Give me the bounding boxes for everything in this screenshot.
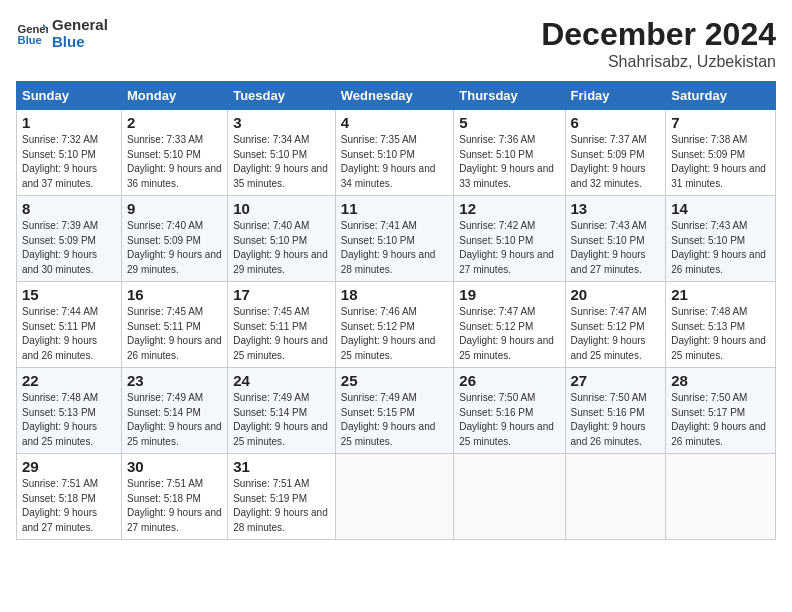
calendar-week-2: 8 Sunrise: 7:39 AMSunset: 5:09 PMDayligh… [17, 196, 776, 282]
calendar-cell [565, 454, 666, 540]
day-detail: Sunrise: 7:38 AMSunset: 5:09 PMDaylight:… [671, 134, 766, 189]
day-detail: Sunrise: 7:41 AMSunset: 5:10 PMDaylight:… [341, 220, 436, 275]
day-number: 5 [459, 114, 559, 131]
day-number: 25 [341, 372, 449, 389]
calendar-cell: 18 Sunrise: 7:46 AMSunset: 5:12 PMDaylig… [335, 282, 454, 368]
calendar-cell: 3 Sunrise: 7:34 AMSunset: 5:10 PMDayligh… [228, 110, 336, 196]
day-detail: Sunrise: 7:49 AMSunset: 5:14 PMDaylight:… [127, 392, 222, 447]
day-detail: Sunrise: 7:47 AMSunset: 5:12 PMDaylight:… [571, 306, 647, 361]
day-detail: Sunrise: 7:50 AMSunset: 5:16 PMDaylight:… [459, 392, 554, 447]
calendar-cell: 25 Sunrise: 7:49 AMSunset: 5:15 PMDaylig… [335, 368, 454, 454]
calendar-cell: 26 Sunrise: 7:50 AMSunset: 5:16 PMDaylig… [454, 368, 565, 454]
day-number: 12 [459, 200, 559, 217]
day-detail: Sunrise: 7:50 AMSunset: 5:16 PMDaylight:… [571, 392, 647, 447]
calendar-cell: 6 Sunrise: 7:37 AMSunset: 5:09 PMDayligh… [565, 110, 666, 196]
day-number: 26 [459, 372, 559, 389]
calendar-cell: 4 Sunrise: 7:35 AMSunset: 5:10 PMDayligh… [335, 110, 454, 196]
day-number: 22 [22, 372, 116, 389]
calendar-cell: 22 Sunrise: 7:48 AMSunset: 5:13 PMDaylig… [17, 368, 122, 454]
day-detail: Sunrise: 7:40 AMSunset: 5:10 PMDaylight:… [233, 220, 328, 275]
day-detail: Sunrise: 7:51 AMSunset: 5:18 PMDaylight:… [22, 478, 98, 533]
day-number: 8 [22, 200, 116, 217]
calendar-cell: 28 Sunrise: 7:50 AMSunset: 5:17 PMDaylig… [666, 368, 776, 454]
logo-icon: General Blue [16, 17, 48, 49]
calendar-cell: 21 Sunrise: 7:48 AMSunset: 5:13 PMDaylig… [666, 282, 776, 368]
day-detail: Sunrise: 7:32 AMSunset: 5:10 PMDaylight:… [22, 134, 98, 189]
calendar-cell: 29 Sunrise: 7:51 AMSunset: 5:18 PMDaylig… [17, 454, 122, 540]
calendar-cell: 2 Sunrise: 7:33 AMSunset: 5:10 PMDayligh… [122, 110, 228, 196]
day-number: 11 [341, 200, 449, 217]
day-number: 3 [233, 114, 330, 131]
logo: General Blue General Blue [16, 16, 108, 50]
calendar-cell: 19 Sunrise: 7:47 AMSunset: 5:12 PMDaylig… [454, 282, 565, 368]
day-detail: Sunrise: 7:37 AMSunset: 5:09 PMDaylight:… [571, 134, 647, 189]
day-detail: Sunrise: 7:40 AMSunset: 5:09 PMDaylight:… [127, 220, 222, 275]
calendar-table: SundayMondayTuesdayWednesdayThursdayFrid… [16, 81, 776, 540]
calendar-cell: 27 Sunrise: 7:50 AMSunset: 5:16 PMDaylig… [565, 368, 666, 454]
day-number: 1 [22, 114, 116, 131]
day-detail: Sunrise: 7:33 AMSunset: 5:10 PMDaylight:… [127, 134, 222, 189]
calendar-cell: 20 Sunrise: 7:47 AMSunset: 5:12 PMDaylig… [565, 282, 666, 368]
day-detail: Sunrise: 7:49 AMSunset: 5:14 PMDaylight:… [233, 392, 328, 447]
calendar-week-5: 29 Sunrise: 7:51 AMSunset: 5:18 PMDaylig… [17, 454, 776, 540]
day-number: 28 [671, 372, 770, 389]
day-number: 4 [341, 114, 449, 131]
day-number: 27 [571, 372, 661, 389]
calendar-cell: 8 Sunrise: 7:39 AMSunset: 5:09 PMDayligh… [17, 196, 122, 282]
day-detail: Sunrise: 7:49 AMSunset: 5:15 PMDaylight:… [341, 392, 436, 447]
day-detail: Sunrise: 7:48 AMSunset: 5:13 PMDaylight:… [671, 306, 766, 361]
calendar-week-1: 1 Sunrise: 7:32 AMSunset: 5:10 PMDayligh… [17, 110, 776, 196]
calendar-cell [454, 454, 565, 540]
calendar-week-4: 22 Sunrise: 7:48 AMSunset: 5:13 PMDaylig… [17, 368, 776, 454]
calendar-cell: 24 Sunrise: 7:49 AMSunset: 5:14 PMDaylig… [228, 368, 336, 454]
weekday-header-wednesday: Wednesday [335, 82, 454, 110]
calendar-cell: 11 Sunrise: 7:41 AMSunset: 5:10 PMDaylig… [335, 196, 454, 282]
calendar-cell: 31 Sunrise: 7:51 AMSunset: 5:19 PMDaylig… [228, 454, 336, 540]
weekday-header-monday: Monday [122, 82, 228, 110]
day-detail: Sunrise: 7:39 AMSunset: 5:09 PMDaylight:… [22, 220, 98, 275]
day-number: 13 [571, 200, 661, 217]
logo-line2: Blue [52, 33, 108, 50]
calendar-cell: 14 Sunrise: 7:43 AMSunset: 5:10 PMDaylig… [666, 196, 776, 282]
calendar-cell [666, 454, 776, 540]
calendar-cell [335, 454, 454, 540]
calendar-cell: 7 Sunrise: 7:38 AMSunset: 5:09 PMDayligh… [666, 110, 776, 196]
weekday-header-sunday: Sunday [17, 82, 122, 110]
day-number: 24 [233, 372, 330, 389]
day-detail: Sunrise: 7:34 AMSunset: 5:10 PMDaylight:… [233, 134, 328, 189]
calendar-cell: 12 Sunrise: 7:42 AMSunset: 5:10 PMDaylig… [454, 196, 565, 282]
calendar-cell: 23 Sunrise: 7:49 AMSunset: 5:14 PMDaylig… [122, 368, 228, 454]
calendar-cell: 9 Sunrise: 7:40 AMSunset: 5:09 PMDayligh… [122, 196, 228, 282]
day-detail: Sunrise: 7:48 AMSunset: 5:13 PMDaylight:… [22, 392, 98, 447]
calendar-cell: 16 Sunrise: 7:45 AMSunset: 5:11 PMDaylig… [122, 282, 228, 368]
day-detail: Sunrise: 7:47 AMSunset: 5:12 PMDaylight:… [459, 306, 554, 361]
day-number: 15 [22, 286, 116, 303]
day-number: 2 [127, 114, 222, 131]
day-number: 14 [671, 200, 770, 217]
day-detail: Sunrise: 7:51 AMSunset: 5:18 PMDaylight:… [127, 478, 222, 533]
day-number: 21 [671, 286, 770, 303]
calendar-cell: 17 Sunrise: 7:45 AMSunset: 5:11 PMDaylig… [228, 282, 336, 368]
calendar-cell: 30 Sunrise: 7:51 AMSunset: 5:18 PMDaylig… [122, 454, 228, 540]
calendar-title: December 2024 [541, 16, 776, 53]
calendar-cell: 1 Sunrise: 7:32 AMSunset: 5:10 PMDayligh… [17, 110, 122, 196]
day-detail: Sunrise: 7:35 AMSunset: 5:10 PMDaylight:… [341, 134, 436, 189]
svg-text:Blue: Blue [18, 34, 42, 46]
day-detail: Sunrise: 7:51 AMSunset: 5:19 PMDaylight:… [233, 478, 328, 533]
day-number: 30 [127, 458, 222, 475]
day-detail: Sunrise: 7:36 AMSunset: 5:10 PMDaylight:… [459, 134, 554, 189]
day-number: 29 [22, 458, 116, 475]
day-number: 7 [671, 114, 770, 131]
day-number: 17 [233, 286, 330, 303]
day-detail: Sunrise: 7:45 AMSunset: 5:11 PMDaylight:… [233, 306, 328, 361]
day-number: 31 [233, 458, 330, 475]
calendar-cell: 13 Sunrise: 7:43 AMSunset: 5:10 PMDaylig… [565, 196, 666, 282]
day-detail: Sunrise: 7:44 AMSunset: 5:11 PMDaylight:… [22, 306, 98, 361]
day-detail: Sunrise: 7:50 AMSunset: 5:17 PMDaylight:… [671, 392, 766, 447]
calendar-cell: 5 Sunrise: 7:36 AMSunset: 5:10 PMDayligh… [454, 110, 565, 196]
weekday-header-tuesday: Tuesday [228, 82, 336, 110]
weekday-header-thursday: Thursday [454, 82, 565, 110]
title-block: December 2024 Shahrisabz, Uzbekistan [541, 16, 776, 71]
weekday-header-friday: Friday [565, 82, 666, 110]
calendar-cell: 10 Sunrise: 7:40 AMSunset: 5:10 PMDaylig… [228, 196, 336, 282]
